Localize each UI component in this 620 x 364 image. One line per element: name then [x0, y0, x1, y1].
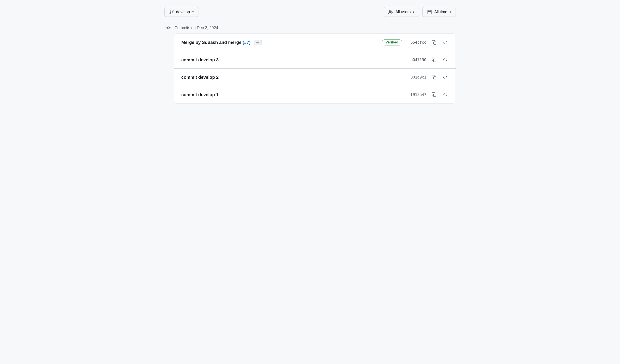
svg-point-9 — [167, 27, 169, 29]
git-branch-icon — [169, 10, 174, 14]
users-icon — [388, 10, 393, 14]
commit-hash: a047150 — [406, 58, 426, 62]
toolbar-right: All users ▾ All time ▾ — [384, 7, 456, 17]
commit-title: Merge by Squash and merge (#7) — [181, 40, 250, 45]
commit-hash: 654cfcc — [406, 40, 426, 45]
svg-rect-14 — [434, 94, 436, 97]
commit-dots-button[interactable]: ··· — [254, 40, 262, 45]
commit-row-right: 001d9c1 — [406, 74, 449, 80]
copy-hash-button[interactable] — [431, 39, 437, 46]
time-chevron-icon: ▾ — [450, 10, 451, 14]
commit-row-right: a047150 — [406, 57, 449, 63]
commit-date-icon — [165, 25, 171, 31]
all-time-label: All time — [434, 10, 447, 14]
toolbar-left: develop ▾ — [164, 7, 199, 17]
commit-row-left: commit develop 2 — [181, 75, 406, 80]
browse-repo-button[interactable] — [442, 57, 449, 63]
branch-label: develop — [176, 10, 190, 14]
all-users-dropdown[interactable]: All users ▾ — [384, 7, 419, 17]
commit-row-right: Verified 654cfcc — [382, 39, 449, 46]
commits-list: Merge by Squash and merge (#7) ··· Verif… — [174, 33, 456, 104]
copy-hash-button[interactable] — [431, 91, 437, 98]
svg-rect-12 — [434, 59, 436, 62]
verified-badge: Verified — [382, 39, 402, 46]
all-time-dropdown[interactable]: All time ▾ — [422, 7, 456, 17]
table-row: commit develop 1 f918a47 — [174, 86, 456, 103]
copy-hash-button[interactable] — [431, 57, 437, 63]
commit-title: commit develop 1 — [181, 92, 219, 97]
browse-repo-button[interactable] — [442, 74, 449, 80]
commit-row-left: commit develop 1 — [181, 92, 406, 97]
browse-repo-button[interactable] — [442, 39, 449, 46]
commit-pr-link[interactable]: (#7) — [243, 40, 250, 45]
commit-row-left: commit develop 3 — [181, 57, 406, 62]
calendar-icon — [427, 10, 432, 14]
svg-rect-13 — [434, 76, 436, 79]
branch-dropdown[interactable]: develop ▾ — [164, 7, 199, 17]
copy-hash-button[interactable] — [431, 74, 437, 80]
all-users-label: All users — [395, 10, 411, 14]
branch-chevron-icon: ▾ — [192, 10, 194, 14]
svg-rect-11 — [434, 42, 436, 44]
commit-title: commit develop 2 — [181, 75, 219, 80]
svg-point-3 — [389, 10, 391, 12]
commit-hash: f918a47 — [406, 92, 426, 97]
table-row: Merge by Squash and merge (#7) ··· Verif… — [174, 34, 456, 51]
table-row: commit develop 2 001d9c1 — [174, 69, 456, 86]
page-container: develop ▾ All users ▾ — [155, 0, 465, 116]
svg-rect-4 — [428, 10, 432, 14]
commit-date-row: Commits on Dec 2, 2024 — [164, 25, 456, 31]
commit-row-right: f918a47 — [406, 91, 449, 98]
commit-date-label: Commits on Dec 2, 2024 — [175, 26, 218, 30]
users-chevron-icon: ▾ — [413, 10, 414, 14]
commit-title: commit develop 3 — [181, 57, 219, 62]
commit-group: Commits on Dec 2, 2024 Merge by Squash a… — [164, 25, 456, 104]
commit-hash: 001d9c1 — [406, 75, 426, 79]
commit-row-left: Merge by Squash and merge (#7) ··· — [181, 40, 382, 45]
toolbar: develop ▾ All users ▾ — [164, 7, 456, 17]
browse-repo-button[interactable] — [442, 91, 449, 98]
table-row: commit develop 3 a047150 — [174, 51, 456, 69]
